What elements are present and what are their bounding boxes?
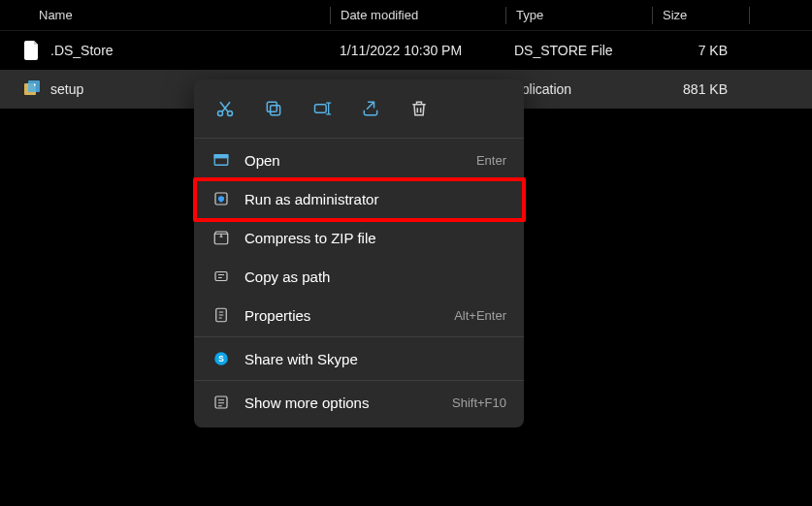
copy-path-icon <box>211 267 231 286</box>
menu-open[interactable]: Open Enter <box>194 141 524 179</box>
menu-label: Copy as path <box>244 269 506 285</box>
menu-run-as-administrator[interactable]: Run as administrator <box>194 179 524 218</box>
file-size: 7 KB <box>650 43 747 58</box>
menu-copy-as-path[interactable]: Copy as path <box>194 257 524 296</box>
svg-rect-6 <box>315 105 327 112</box>
column-header-type[interactable]: Type <box>506 8 652 22</box>
menu-shortcut: Enter <box>476 153 506 168</box>
skype-icon: S <box>211 349 231 368</box>
more-options-icon <box>211 393 231 412</box>
file-date: 1/11/2022 10:30 PM <box>330 43 504 58</box>
file-name: setup <box>50 81 83 97</box>
svg-rect-4 <box>271 106 280 115</box>
svg-rect-8 <box>214 155 228 158</box>
svg-text:S: S <box>218 355 224 364</box>
menu-label: Properties <box>244 307 440 324</box>
file-row[interactable]: .DS_Store 1/11/2022 10:30 PM DS_STORE Fi… <box>0 31 812 70</box>
zip-icon <box>211 228 231 247</box>
svg-point-2 <box>218 111 223 116</box>
menu-shortcut: Alt+Enter <box>454 308 506 323</box>
open-icon <box>211 150 231 170</box>
svg-rect-10 <box>215 272 227 281</box>
cut-icon[interactable] <box>211 95 239 122</box>
file-type: pplication <box>504 81 650 97</box>
copy-icon[interactable] <box>260 95 287 122</box>
svg-rect-5 <box>267 102 276 111</box>
menu-label: Show more options <box>244 395 438 411</box>
menu-compress-zip[interactable]: Compress to ZIP file <box>194 218 524 257</box>
column-header-date[interactable]: Date modified <box>331 8 505 22</box>
rename-icon[interactable] <box>309 95 336 122</box>
menu-properties[interactable]: Properties Alt+Enter <box>194 296 524 334</box>
menu-label: Share with Skype <box>244 351 506 367</box>
menu-show-more-options[interactable]: Show more options Shift+F10 <box>194 383 524 422</box>
shield-icon <box>211 189 231 208</box>
file-name: .DS_Store <box>50 43 114 58</box>
menu-label: Compress to ZIP file <box>244 230 506 246</box>
menu-shortcut: Shift+F10 <box>452 395 506 410</box>
column-header-row: Name Date modified Type Size <box>0 0 812 31</box>
column-header-name[interactable]: Name <box>0 8 330 22</box>
context-menu: Open Enter Run as administrator Compress… <box>194 79 524 427</box>
installer-icon <box>23 79 41 100</box>
column-header-size[interactable]: Size <box>653 8 750 22</box>
delete-icon[interactable] <box>406 95 433 122</box>
properties-icon <box>211 305 231 325</box>
menu-label: Run as administrator <box>244 191 506 207</box>
svg-point-3 <box>228 111 233 116</box>
menu-share-skype[interactable]: S Share with Skype <box>194 339 524 378</box>
file-size: 881 KB <box>650 81 747 97</box>
file-type: DS_STORE File <box>504 43 650 58</box>
share-icon[interactable] <box>357 95 384 122</box>
menu-label: Open <box>244 152 463 169</box>
context-toolbar <box>194 85 524 136</box>
file-icon <box>23 40 41 61</box>
